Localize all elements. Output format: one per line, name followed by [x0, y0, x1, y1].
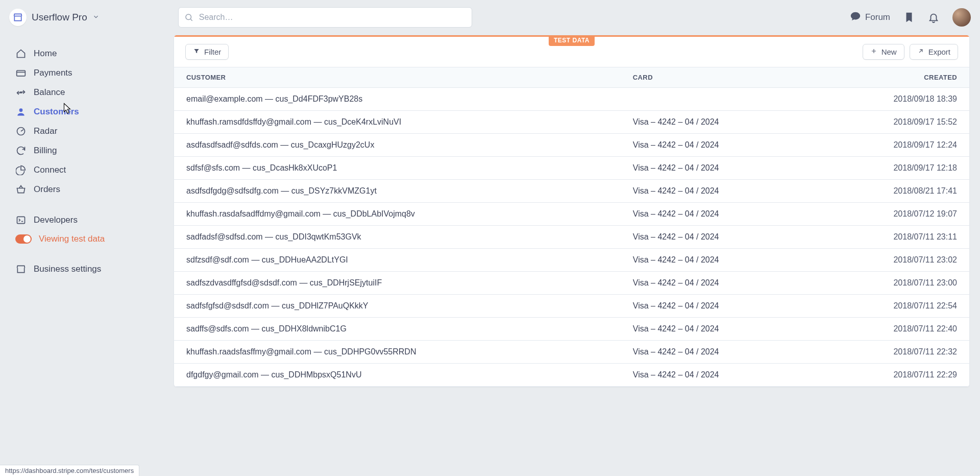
avatar[interactable]	[952, 8, 971, 27]
test-data-toggle[interactable]: Viewing test data	[10, 230, 174, 248]
sidebar-item-label: Radar	[34, 126, 57, 136]
user-icon	[15, 106, 27, 117]
table-row[interactable]: asdfasdfsadf@sdfds.com — cus_DcaxgHUzgy2…	[174, 134, 969, 157]
sidebar-item-billing[interactable]: Billing	[10, 141, 174, 160]
cell-card: Visa – 4242 – 04 / 2024	[621, 157, 815, 180]
new-label: New	[881, 47, 897, 56]
store-small-icon	[15, 264, 27, 275]
table-row[interactable]: sdfzsdf@sdf.com — cus_DDHueAA2DLtYGIVisa…	[174, 249, 969, 272]
table-row[interactable]: sadffs@sdfs.com — cus_DDHX8ldwnibC1GVisa…	[174, 318, 969, 341]
table-row[interactable]: asdfsdfgdg@sdfsdfg.com — cus_DSYz7kkVMZG…	[174, 180, 969, 203]
filter-icon	[193, 47, 200, 56]
col-card[interactable]: CARD	[621, 67, 815, 88]
search-input[interactable]	[178, 7, 472, 28]
sidebar-item-customers[interactable]: Customers	[10, 102, 174, 122]
cell-created: 2018/07/11 22:54	[815, 295, 969, 318]
table-row[interactable]: sdfsf@sfs.com — cus_DcasHk8xXUcoP1Visa –…	[174, 157, 969, 180]
sidebar: Home Payments Balance Customers Radar Bi…	[0, 35, 174, 279]
sidebar-item-balance[interactable]: Balance	[10, 83, 174, 102]
cell-customer: khuffash.rasdafsadffdmy@gmail.com — cus_…	[174, 203, 621, 226]
table-row[interactable]: sadfszdvasdffgfsd@sdsdf.com — cus_DDHrjS…	[174, 272, 969, 295]
svg-point-0	[186, 14, 191, 20]
cell-customer: sadfsfgfsd@sdsdf.com — cus_DDHlZ7PAuQKkk…	[174, 295, 621, 318]
cell-created: 2018/08/21 17:41	[815, 180, 969, 203]
svg-rect-6	[17, 217, 25, 223]
forum-label: Forum	[865, 12, 890, 22]
sidebar-item-home[interactable]: Home	[10, 44, 174, 63]
sidebar-item-label: Business settings	[34, 264, 101, 274]
cell-customer: khuffash.ramsdfdsffdy@gmail.com — cus_Dc…	[174, 111, 621, 134]
sidebar-item-orders[interactable]: Orders	[10, 180, 174, 199]
cell-card: Visa – 4242 – 04 / 2024	[621, 364, 815, 387]
export-button[interactable]: Export	[910, 44, 958, 60]
col-customer[interactable]: CUSTOMER	[174, 67, 621, 88]
cell-card: Visa – 4242 – 04 / 2024	[621, 249, 815, 272]
sidebar-item-developers[interactable]: Developers	[10, 210, 174, 230]
basket-icon	[15, 184, 27, 195]
app-switcher[interactable]: Userflow Pro	[9, 9, 100, 26]
chevron-down-icon	[92, 13, 100, 22]
cell-created: 2018/09/17 12:24	[815, 134, 969, 157]
cell-created: 2018/07/11 23:02	[815, 249, 969, 272]
cell-customer: sadffs@sdfs.com — cus_DDHX8ldwnibC1G	[174, 318, 621, 341]
svg-point-4	[19, 108, 23, 112]
cell-customer: sdfzsdf@sdf.com — cus_DDHueAA2DLtYGI	[174, 249, 621, 272]
table-row[interactable]: khuffash.raadsfasffmy@gmail.com — cus_DD…	[174, 341, 969, 364]
radar-icon	[15, 126, 27, 137]
main-panel: TEST DATA Filter New Export C	[174, 35, 970, 387]
filter-label: Filter	[204, 47, 221, 56]
cell-created: 2018/07/12 19:07	[815, 203, 969, 226]
sidebar-item-connect[interactable]: Connect	[10, 160, 174, 180]
sidebar-item-radar[interactable]: Radar	[10, 122, 174, 141]
filter-button[interactable]: Filter	[185, 44, 229, 60]
sidebar-item-label: Developers	[34, 215, 78, 225]
table-row[interactable]: sadfadsf@sdfsd.com — cus_DDI3qwtKm53GVkV…	[174, 226, 969, 249]
export-label: Export	[928, 47, 950, 56]
svg-line-10	[919, 50, 922, 53]
sidebar-item-label: Billing	[34, 146, 57, 156]
cell-card: Visa – 4242 – 04 / 2024	[621, 295, 815, 318]
export-icon	[917, 47, 924, 56]
cell-card: Visa – 4242 – 04 / 2024	[621, 318, 815, 341]
new-button[interactable]: New	[863, 44, 904, 60]
table-row[interactable]: sadfsfgfsd@sdsdf.com — cus_DDHlZ7PAuQKkk…	[174, 295, 969, 318]
cell-created: 2018/09/17 12:18	[815, 157, 969, 180]
cell-card: Visa – 4242 – 04 / 2024	[621, 180, 815, 203]
cell-customer: email@example.com — cus_Dd4FDF3pwYB28s	[174, 88, 621, 111]
svg-rect-2	[17, 70, 26, 76]
bell-icon[interactable]	[928, 12, 939, 23]
terminal-icon	[15, 215, 27, 226]
sidebar-item-payments[interactable]: Payments	[10, 63, 174, 83]
col-created[interactable]: CREATED	[815, 67, 969, 88]
test-data-label: Viewing test data	[39, 234, 105, 244]
sidebar-item-business-settings[interactable]: Business settings	[10, 259, 174, 279]
credit-card-icon	[15, 67, 27, 79]
cell-card: Visa – 4242 – 04 / 2024	[621, 341, 815, 364]
table-row[interactable]: khuffash.rasdafsadffdmy@gmail.com — cus_…	[174, 203, 969, 226]
cell-created: 2018/07/11 22:32	[815, 341, 969, 364]
sidebar-item-label: Connect	[34, 165, 66, 175]
bookmark-icon[interactable]	[903, 12, 915, 23]
cell-card: Visa – 4242 – 04 / 2024	[621, 272, 815, 295]
forum-link[interactable]: Forum	[850, 11, 890, 25]
cell-customer: sdfsf@sfs.com — cus_DcasHk8xXUcoP1	[174, 157, 621, 180]
table-row[interactable]: khuffash.ramsdfdsffdy@gmail.com — cus_Dc…	[174, 111, 969, 134]
table-row[interactable]: email@example.com — cus_Dd4FDF3pwYB28s20…	[174, 88, 969, 111]
table-row[interactable]: dfgdfgy@gmail.com — cus_DDHMbpsxQ51NvUVi…	[174, 364, 969, 387]
cell-created: 2018/07/11 22:29	[815, 364, 969, 387]
switch-on-icon	[15, 234, 32, 244]
cell-customer: dfgdfgy@gmail.com — cus_DDHMbpsxQ51NvU	[174, 364, 621, 387]
home-icon	[15, 48, 27, 59]
cell-created: 2018/09/17 15:52	[815, 111, 969, 134]
search-icon	[184, 13, 193, 22]
sidebar-item-label: Payments	[34, 68, 72, 78]
cell-card: Visa – 4242 – 04 / 2024	[621, 134, 815, 157]
arrows-icon	[15, 87, 27, 98]
svg-line-1	[190, 19, 192, 20]
pie-icon	[15, 164, 27, 176]
cell-card: Visa – 4242 – 04 / 2024	[621, 203, 815, 226]
cell-created: 2018/07/11 23:11	[815, 226, 969, 249]
cell-customer: asdfasdfsadf@sdfds.com — cus_DcaxgHUzgy2…	[174, 134, 621, 157]
cycle-icon	[15, 145, 27, 156]
cell-created: 2018/07/11 23:00	[815, 272, 969, 295]
